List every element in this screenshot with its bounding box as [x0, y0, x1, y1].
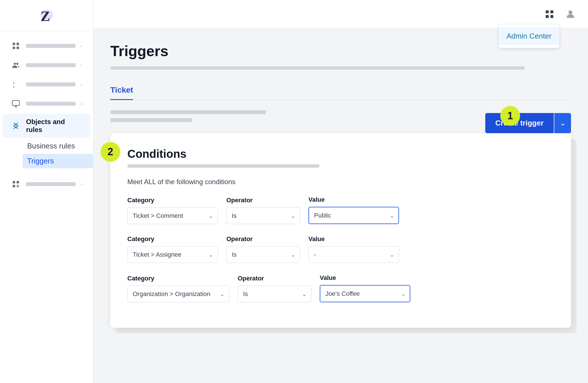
- sidebar-item-workspace-label: [26, 44, 76, 48]
- admin-center-item[interactable]: Admin Center: [499, 27, 559, 45]
- svg-point-6: [16, 63, 18, 65]
- svg-rect-14: [550, 15, 553, 18]
- sidebar-subitem-business-rules[interactable]: Business rules: [23, 139, 93, 153]
- zendesk-logo-icon: Z: [37, 6, 57, 25]
- grid-icon[interactable]: [543, 8, 556, 20]
- chevron-down-icon: ›: [81, 82, 82, 88]
- svg-rect-9: [17, 181, 19, 184]
- value-select-wrapper-2[interactable]: -: [308, 246, 399, 263]
- operator-group-2: Operator Is: [226, 235, 300, 263]
- sidebar-item-channels-label: [26, 82, 76, 86]
- conditions-panel-wrapper: 2 Conditions Meet ALL of the following c…: [110, 133, 571, 328]
- category-select-wrapper-1[interactable]: Ticket > Comment: [127, 207, 218, 224]
- create-trigger-dropdown-button[interactable]: ⌄: [554, 113, 571, 133]
- channels-icon: [11, 79, 21, 90]
- operator-label-2: Operator: [226, 235, 300, 243]
- conditions-title: Conditions: [127, 148, 554, 160]
- topbar: Admin Center: [93, 0, 588, 28]
- conditions-progress: [127, 164, 319, 168]
- category-group-2: Category Ticket > Assignee: [127, 235, 218, 263]
- sidebar-item-workspace[interactable]: ›: [3, 37, 90, 55]
- placeholder-line-2: [110, 118, 192, 122]
- tabs: Ticket: [110, 81, 571, 100]
- chevron-down-icon: ›: [81, 101, 82, 107]
- value-select-2[interactable]: -: [308, 246, 399, 263]
- conditions-panel: 2 Conditions Meet ALL of the following c…: [110, 133, 571, 328]
- sidebar-subnav: Business rules Triggers: [0, 139, 93, 168]
- sidebar-logo: Z: [0, 0, 93, 31]
- sidebar: Z › › ›: [0, 0, 93, 383]
- value-select-wrapper-1[interactable]: Public: [308, 207, 399, 224]
- svg-rect-10: [13, 185, 15, 188]
- svg-rect-11: [546, 10, 549, 13]
- building-icon: [11, 41, 21, 51]
- svg-rect-12: [550, 10, 553, 13]
- sidebar-item-objects-rules[interactable]: Objects and rules: [3, 114, 90, 138]
- svg-rect-2: [17, 43, 19, 45]
- svg-rect-7: [12, 101, 20, 106]
- operator-label-1: Operator: [226, 197, 300, 204]
- trigger-actions: Create trigger ⌄: [485, 113, 571, 133]
- trigger-header-section: 1 Create trigger ⌄: [110, 110, 571, 122]
- category-select-wrapper-2[interactable]: Ticket > Assignee: [127, 246, 218, 263]
- value-select-3[interactable]: Joe's Coffee: [320, 285, 410, 302]
- value-select-1[interactable]: Public: [308, 207, 399, 224]
- svg-rect-8: [13, 181, 15, 184]
- operator-select-1[interactable]: Is: [226, 207, 300, 224]
- svg-point-15: [568, 10, 572, 14]
- operator-select-wrapper-3[interactable]: Is: [238, 286, 311, 302]
- operator-select-wrapper-2[interactable]: Is: [226, 246, 300, 263]
- operator-group-1: Operator Is: [226, 197, 300, 224]
- sidebar-navigation: › › › ›: [0, 31, 93, 199]
- sidebar-item-apps[interactable]: ›: [3, 175, 90, 193]
- tab-ticket[interactable]: Ticket: [110, 81, 133, 100]
- operator-select-3[interactable]: Is: [238, 286, 311, 302]
- user-avatar-icon[interactable]: [564, 8, 577, 20]
- objects-rules-icon: [11, 121, 21, 131]
- operator-select-2[interactable]: Is: [226, 246, 300, 263]
- value-group-2: Value -: [308, 235, 399, 263]
- category-group-3: Category Organization > Organization: [127, 275, 229, 302]
- people-icon: [11, 60, 21, 70]
- category-select-3[interactable]: Organization > Organization: [127, 286, 229, 302]
- monitor-icon: [11, 99, 21, 109]
- operator-select-wrapper-1[interactable]: Is: [226, 207, 300, 224]
- category-label-3: Category: [127, 275, 229, 282]
- condition-row-3: Category Organization > Organization Ope…: [127, 274, 554, 302]
- sidebar-item-workspaces-label: [26, 102, 76, 106]
- value-select-wrapper-3[interactable]: Joe's Coffee: [320, 285, 410, 302]
- sidebar-item-people[interactable]: ›: [3, 56, 90, 74]
- svg-rect-1: [13, 43, 15, 45]
- value-group-1: Value Public: [308, 196, 399, 224]
- sidebar-item-objects-rules-label: Objects and rules: [26, 118, 82, 134]
- placeholder-line-1: [110, 110, 266, 114]
- svg-rect-4: [17, 47, 19, 49]
- sidebar-item-channels[interactable]: ›: [3, 75, 90, 93]
- sidebar-subitem-triggers[interactable]: Triggers: [23, 154, 93, 168]
- category-select-2[interactable]: Ticket > Assignee: [127, 246, 218, 263]
- value-label-3: Value: [320, 274, 410, 282]
- sidebar-item-workspaces[interactable]: ›: [3, 95, 90, 113]
- chevron-down-icon: ›: [81, 181, 82, 187]
- category-select-wrapper-3[interactable]: Organization > Organization: [127, 286, 229, 302]
- step-2-badge: 2: [100, 142, 120, 162]
- admin-center-dropdown: Admin Center: [498, 24, 560, 48]
- category-select-1[interactable]: Ticket > Comment: [127, 207, 218, 224]
- main-content: Admin Center Triggers Ticket 1 Create tr…: [93, 0, 588, 383]
- chevron-down-icon: ›: [81, 43, 82, 49]
- operator-group-3: Operator Is: [238, 275, 311, 302]
- svg-text:Z: Z: [40, 8, 50, 24]
- category-group-1: Category Ticket > Comment: [127, 197, 218, 224]
- svg-point-5: [14, 63, 16, 65]
- step-1-badge: 1: [500, 106, 520, 126]
- value-label-2: Value: [308, 235, 399, 243]
- apps-icon: [11, 179, 21, 189]
- operator-label-3: Operator: [238, 275, 311, 282]
- category-label-2: Category: [127, 235, 218, 243]
- svg-rect-13: [546, 15, 549, 18]
- sidebar-item-apps-label: [26, 182, 76, 186]
- value-label-1: Value: [308, 196, 399, 203]
- content-area: Triggers Ticket 1 Create trigger ⌄: [93, 28, 588, 342]
- sidebar-item-people-label: [26, 63, 76, 67]
- conditions-subtitle: Meet ALL of the following conditions: [127, 178, 554, 186]
